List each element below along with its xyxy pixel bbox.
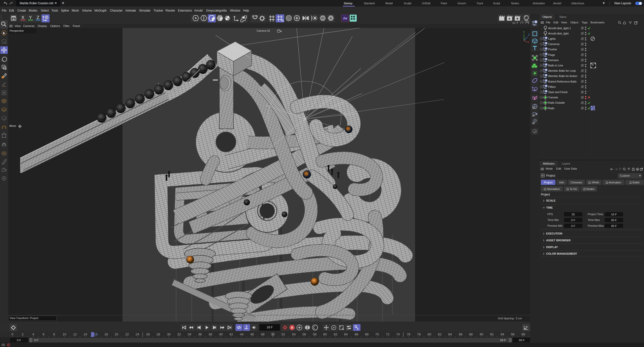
svg-text:Y: Y bbox=[523, 31, 525, 34]
svg-text:32: 32 bbox=[177, 332, 181, 336]
svg-text:Pusher: Pusher bbox=[548, 48, 557, 51]
svg-text:96: 96 bbox=[511, 332, 514, 336]
svg-text:Arnold disk_light: Arnold disk_light bbox=[548, 32, 569, 35]
svg-text:Rails: Rails bbox=[548, 107, 554, 110]
svg-text:Lights: Lights bbox=[548, 37, 556, 40]
svg-text:ST: ST bbox=[533, 115, 535, 117]
svg-text:10: 10 bbox=[63, 332, 66, 336]
svg-text:52: 52 bbox=[281, 332, 285, 336]
svg-text:94: 94 bbox=[501, 332, 504, 336]
svg-text:ST: ST bbox=[533, 107, 535, 109]
svg-text:26: 26 bbox=[146, 332, 150, 336]
svg-text:40: 40 bbox=[219, 332, 223, 336]
svg-text:Rails Outside: Rails Outside bbox=[548, 101, 565, 104]
svg-text:Z: Z bbox=[528, 33, 530, 36]
svg-text:Alembic Balls for Action: Alembic Balls for Action bbox=[548, 74, 577, 78]
svg-text:20: 20 bbox=[115, 332, 118, 336]
svg-text:56: 56 bbox=[302, 332, 306, 336]
svg-text:A: A bbox=[246, 325, 248, 328]
svg-text:16: 16 bbox=[94, 332, 98, 336]
svg-text:ST: ST bbox=[533, 122, 535, 124]
svg-text:58: 58 bbox=[313, 332, 316, 336]
svg-text:Alembic Balls for Loop: Alembic Balls for Loop bbox=[548, 69, 576, 72]
svg-text:54: 54 bbox=[292, 332, 296, 336]
svg-text:X: X bbox=[527, 41, 529, 43]
svg-text:64: 64 bbox=[344, 332, 348, 336]
svg-text:22: 22 bbox=[125, 332, 129, 336]
svg-text:88: 88 bbox=[469, 332, 473, 336]
svg-text:16 F: 16 F bbox=[267, 326, 273, 329]
svg-text:84: 84 bbox=[448, 332, 452, 336]
svg-text:46: 46 bbox=[250, 332, 254, 336]
svg-text:66: 66 bbox=[355, 332, 358, 336]
svg-text:90: 90 bbox=[480, 332, 483, 336]
svg-text:82: 82 bbox=[438, 332, 441, 336]
svg-text:8: 8 bbox=[53, 332, 55, 336]
svg-text:74: 74 bbox=[396, 332, 400, 336]
svg-text:14: 14 bbox=[84, 332, 87, 336]
svg-text:Humans: Humans bbox=[548, 59, 559, 62]
svg-text:Flags: Flags bbox=[548, 53, 555, 56]
svg-text:68: 68 bbox=[365, 332, 369, 336]
svg-text:42: 42 bbox=[229, 332, 233, 336]
svg-text:78: 78 bbox=[417, 332, 421, 336]
svg-text:Arnold disk_light.1: Arnold disk_light.1 bbox=[548, 27, 571, 30]
svg-text:4: 4 bbox=[32, 332, 34, 336]
svg-text:A: A bbox=[291, 326, 293, 329]
svg-text:92: 92 bbox=[490, 332, 494, 336]
svg-text:0: 0 bbox=[11, 332, 13, 336]
svg-text:80: 80 bbox=[428, 332, 431, 336]
svg-text:Balls in Line: Balls in Line bbox=[548, 64, 563, 67]
svg-text:28: 28 bbox=[156, 332, 160, 336]
svg-text:60: 60 bbox=[323, 332, 327, 336]
svg-text:2: 2 bbox=[22, 332, 23, 336]
svg-text:38: 38 bbox=[209, 332, 212, 336]
svg-text:44: 44 bbox=[240, 332, 244, 336]
svg-text:18: 18 bbox=[104, 332, 108, 336]
svg-text:98: 98 bbox=[521, 332, 525, 336]
svg-text:6: 6 bbox=[43, 332, 44, 336]
svg-text:48: 48 bbox=[261, 332, 264, 336]
svg-text:Pillars: Pillars bbox=[548, 85, 556, 88]
svg-text:Baked Reference Balls: Baked Reference Balls bbox=[548, 80, 577, 83]
svg-text:36: 36 bbox=[198, 332, 202, 336]
svg-text:30: 30 bbox=[167, 332, 171, 336]
svg-text:24: 24 bbox=[136, 332, 139, 336]
svg-text:70: 70 bbox=[375, 332, 379, 336]
svg-text:Cameras: Cameras bbox=[548, 43, 560, 46]
svg-text:86: 86 bbox=[459, 332, 462, 336]
svg-text:62: 62 bbox=[334, 332, 337, 336]
svg-text:72: 72 bbox=[386, 332, 389, 336]
svg-text:76: 76 bbox=[407, 332, 410, 336]
svg-text:34: 34 bbox=[188, 332, 191, 336]
svg-text:Tunnels: Tunnels bbox=[548, 96, 558, 99]
svg-text:12: 12 bbox=[73, 332, 77, 336]
svg-text:Start and Finish: Start and Finish bbox=[548, 91, 568, 94]
